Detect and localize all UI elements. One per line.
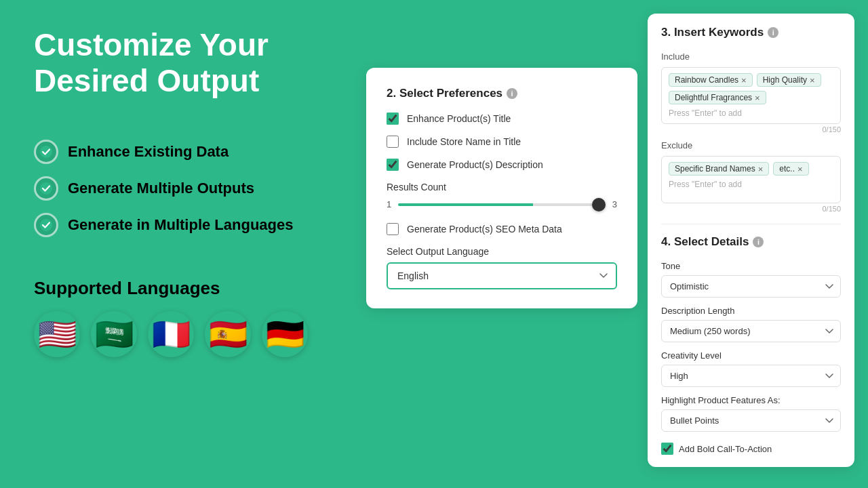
hero-title: Customize YourDesired Output [34,27,332,99]
include-tag-area[interactable]: Rainbow Candles × High Quality × Delight… [661,67,841,124]
feature-text-enhance: Enhance Existing Data [68,143,229,161]
include-placeholder: Press "Enter" to add [669,108,833,118]
keywords-section: 3. Insert Keywords i Include Rainbow Can… [661,26,841,213]
slider-min: 1 [387,199,391,209]
details-section: 4. Select Details i Tone Optimistic Prof… [661,235,841,455]
flags-row: 🇺🇸 🇸🇦 🇫🇷 🇪🇸 🇩🇪 [34,311,332,357]
feature-item-languages: Generate in Multiple Languages [34,213,332,237]
flag-sa: 🇸🇦 [91,311,137,357]
include-tags-row: Rainbow Candles × High Quality × Delight… [669,73,833,104]
checkbox-seo-input[interactable] [387,223,399,235]
exclude-label: Exclude [661,140,841,150]
preferences-section-title: 2. Select Preferences i [387,87,617,100]
flag-es: 🇪🇸 [205,311,251,357]
checkbox-enhance-title-label: Enhance Product(s) Title [407,113,511,124]
results-count-label: Results Count [387,182,617,192]
exclude-tag-area[interactable]: Specific Brand Names × etc.. × Press "En… [661,156,841,203]
exclude-char-count: 0/150 [661,205,841,213]
tag-brand-names: Specific Brand Names × [669,162,769,176]
divider [661,224,841,224]
output-language-label: Select Output Language [387,246,617,257]
tag-rainbow-candles-close[interactable]: × [741,76,747,85]
check-icon-enhance [34,140,58,164]
supported-label: Supported Languages [34,278,332,299]
description-length-label: Description Length [661,306,841,316]
tag-etc-close[interactable]: × [797,165,803,174]
creativity-label: Creativity Level [661,350,841,361]
tone-select[interactable]: Optimistic Professional Casual Luxury [661,275,841,298]
slider-max: 3 [612,199,617,209]
checkbox-enhance-title: Enhance Product(s) Title [387,113,617,125]
exclude-placeholder: Press "Enter" to add [669,180,833,189]
tag-high-quality-close[interactable]: × [810,76,815,85]
slider-row: 1 3 [387,199,617,209]
checkbox-store-name-input[interactable] [387,136,399,148]
left-panel: Customize YourDesired Output Enhance Exi… [0,0,366,488]
feature-item-outputs: Generate Multiple Outputs [34,176,332,201]
highlight-select[interactable]: Bullet Points Numbered List Paragraph [661,409,841,432]
checkbox-description-label: Generate Product(s) Description [407,159,543,170]
checkbox-seo-label: Generate Product(s) SEO Meta Data [407,224,562,235]
tag-brand-names-close[interactable]: × [758,165,764,174]
tag-etc: etc.. × [773,162,808,176]
keywords-info-icon[interactable]: i [768,27,778,38]
flag-us: 🇺🇸 [34,311,80,357]
checkbox-seo: Generate Product(s) SEO Meta Data [387,223,617,235]
checkbox-store-name: Include Store Name in Title [387,136,617,148]
bold-cta-row: Add Bold Call-To-Action [661,443,841,455]
checkbox-description: Generate Product(s) Description [387,159,617,171]
svg-point-0 [40,146,52,158]
feature-list: Enhance Existing Data Generate Multiple … [34,140,332,237]
details-section-title: 4. Select Details i [661,235,841,249]
right-panel: 3. Insert Keywords i Include Rainbow Can… [648,14,854,467]
checkbox-store-name-label: Include Store Name in Title [407,136,521,147]
svg-point-2 [40,219,52,231]
flag-fr: 🇫🇷 [148,311,194,357]
details-info-icon[interactable]: i [753,237,764,247]
feature-item-enhance: Enhance Existing Data [34,140,332,164]
keywords-section-title: 3. Insert Keywords i [661,26,841,39]
bold-cta-checkbox[interactable] [661,443,673,455]
check-icon-languages [34,213,58,237]
exclude-tags-row: Specific Brand Names × etc.. × [669,162,833,176]
tag-delightful-close[interactable]: × [755,94,760,102]
bold-cta-label: Add Bold Call-To-Action [679,444,772,454]
description-length-select[interactable]: Short (100 words) Medium (250 words) Lon… [661,320,841,342]
check-icon-outputs [34,176,58,201]
highlight-label: Highlight Product Features As: [661,395,841,405]
feature-text-languages: Generate in Multiple Languages [68,216,294,234]
flag-de: 🇩🇪 [262,311,308,357]
preferences-info-icon[interactable]: i [507,88,517,99]
checkbox-description-input[interactable] [387,159,399,171]
creativity-select[interactable]: Low Medium High [661,365,841,387]
tone-label: Tone [661,261,841,271]
language-select[interactable]: English Arabic French Spanish German [387,262,617,289]
results-count-slider[interactable] [398,203,606,206]
svg-point-1 [40,182,52,195]
feature-text-outputs: Generate Multiple Outputs [68,180,254,197]
tag-rainbow-candles: Rainbow Candles × [669,73,753,87]
supported-languages-section: Supported Languages 🇺🇸 🇸🇦 🇫🇷 🇪🇸 🇩🇪 [34,278,332,357]
checkbox-enhance-title-input[interactable] [387,113,399,125]
center-panel: 2. Select Preferences i Enhance Product(… [366,68,637,308]
tag-delightful: Delightful Fragrances × [669,91,766,104]
include-label: Include [661,52,841,62]
include-char-count: 0/150 [661,125,841,134]
tag-high-quality: High Quality × [757,73,821,87]
